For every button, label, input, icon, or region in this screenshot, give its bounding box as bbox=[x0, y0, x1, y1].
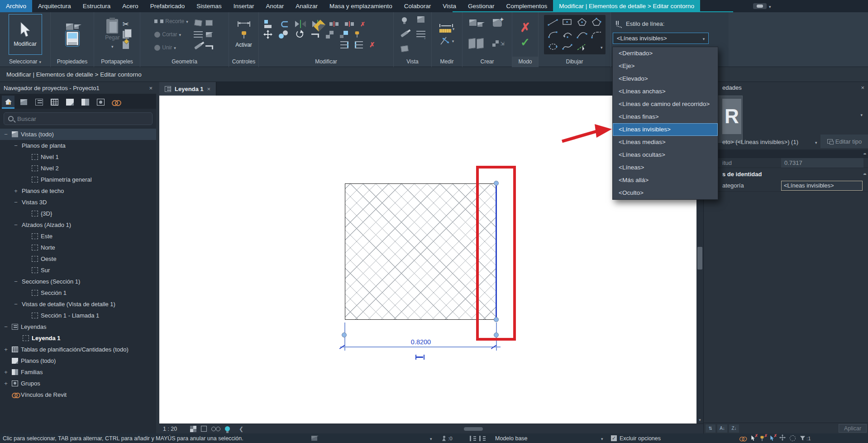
trim-corner-icon[interactable] bbox=[310, 31, 320, 38]
draw-arc-center-ends-icon[interactable] bbox=[562, 30, 573, 39]
split-face-icon[interactable] bbox=[194, 31, 203, 38]
exclude-options-toggle[interactable]: ✓ Excluir opciones bbox=[611, 435, 661, 442]
sort-ascending-icon[interactable]: A↓ bbox=[717, 424, 727, 433]
close-icon[interactable]: × bbox=[207, 86, 211, 92]
visual-style-icon[interactable] bbox=[201, 426, 207, 432]
load-as-group-icon[interactable]: ⇲ bbox=[492, 40, 504, 47]
tree-item[interactable]: Sección 1 bbox=[0, 287, 156, 299]
line-style-combobox[interactable]: <Líneas invisibles> bbox=[613, 33, 709, 44]
dimension-grip[interactable] bbox=[342, 332, 347, 337]
properties-palette-icon[interactable] bbox=[67, 32, 78, 45]
dropdown-item[interactable]: <Más allá> bbox=[613, 174, 718, 187]
move-icon[interactable] bbox=[263, 30, 272, 39]
scale-icon[interactable] bbox=[340, 31, 348, 38]
subcategory-value[interactable]: <Líneas invisibles> bbox=[781, 181, 863, 191]
tree-item[interactable]: − Vistas (todo) bbox=[0, 129, 156, 140]
detail-level-icon[interactable] bbox=[190, 426, 196, 432]
home-tab[interactable] bbox=[2, 96, 14, 109]
ribbon-display-toggle[interactable] bbox=[753, 2, 771, 10]
tree-expander[interactable]: − bbox=[13, 301, 19, 308]
drag-on-selection-icon[interactable] bbox=[779, 434, 786, 442]
split-with-gap-icon[interactable] bbox=[345, 21, 354, 27]
property-group-header[interactable]: ▴▴ bbox=[704, 149, 868, 158]
ribbon-tab[interactable]: Insertar bbox=[228, 0, 260, 12]
ribbon-tab[interactable]: Modificar | Elementos de detalle > Edita… bbox=[553, 0, 700, 12]
dropdown-item[interactable]: <Oculto> bbox=[613, 187, 718, 199]
tree-item[interactable]: Nivel 1 bbox=[0, 151, 156, 163]
dropdown-item[interactable]: <Líneas invisibles> bbox=[613, 123, 718, 136]
demolish-icon[interactable] bbox=[206, 32, 212, 37]
cope-button[interactable]: Recorte bbox=[154, 15, 188, 27]
draw-arc-start-end-icon[interactable] bbox=[547, 30, 559, 39]
group-label-crear[interactable]: Crear bbox=[463, 57, 512, 67]
close-icon[interactable]: × bbox=[149, 85, 153, 91]
combobox-arrow[interactable] bbox=[699, 33, 708, 43]
tree-item[interactable]: Nivel 2 bbox=[0, 163, 156, 174]
create-similar-icon[interactable] bbox=[469, 19, 482, 27]
reveal-hidden-icon[interactable] bbox=[211, 427, 220, 431]
dimension-style-icon[interactable] bbox=[415, 355, 424, 360]
tree-expander[interactable]: − bbox=[3, 131, 9, 138]
delete-icon[interactable]: ✗ bbox=[369, 41, 375, 49]
group-label-vista[interactable]: Vista bbox=[394, 57, 431, 67]
join-button[interactable]: Unir bbox=[154, 42, 188, 53]
default-3d-icon[interactable] bbox=[417, 16, 424, 23]
views-3d-tab[interactable] bbox=[17, 96, 30, 109]
links-tab[interactable] bbox=[110, 96, 122, 109]
properties-header[interactable]: edades × bbox=[704, 82, 868, 93]
ribbon-tab[interactable]: Analizar bbox=[290, 0, 324, 12]
draw-spline-icon[interactable] bbox=[562, 42, 573, 51]
group-label-propiedades[interactable]: Propiedades bbox=[51, 57, 94, 67]
tree-item[interactable]: Sección 1 - Llamada 1 bbox=[0, 310, 156, 321]
remove-paint-icon[interactable] bbox=[205, 43, 214, 50]
project-browser-header[interactable]: Navegador de proyectos - Proyecto1 × bbox=[0, 82, 156, 94]
tree-expander[interactable]: − bbox=[13, 142, 19, 149]
dropdown-item[interactable]: <Líneas medias> bbox=[613, 136, 718, 149]
tree-item[interactable]: + Familias bbox=[0, 366, 156, 378]
tree-expander[interactable]: + bbox=[3, 380, 9, 387]
ribbon-tab[interactable]: Prefabricado bbox=[144, 0, 191, 12]
edit-type-button[interactable]: Editar tipo bbox=[820, 135, 868, 148]
group-label-medir[interactable]: Medir bbox=[432, 57, 462, 67]
tree-item[interactable]: Leyenda 1 bbox=[0, 332, 156, 344]
dropdown-item[interactable]: <Eje> bbox=[613, 60, 718, 72]
group-label-dibujar[interactable]: Dibujar bbox=[539, 57, 610, 67]
draw-arc-tangent-icon[interactable] bbox=[576, 30, 588, 39]
modify-button[interactable]: Modificar bbox=[9, 14, 42, 55]
ribbon-tab[interactable]: Gestionar bbox=[462, 0, 501, 12]
create-group-icon[interactable]: ✦ bbox=[493, 19, 505, 27]
editing-requests-indicator[interactable]: :0 bbox=[442, 436, 453, 441]
document-tab-leyenda-1[interactable]: Leyenda 1 × bbox=[159, 82, 216, 96]
tree-expander[interactable]: − bbox=[13, 199, 19, 206]
ribbon-tab[interactable]: Archivo bbox=[0, 0, 32, 12]
activate-label[interactable]: Activar bbox=[235, 42, 252, 48]
tree-expander[interactable]: − bbox=[3, 323, 9, 330]
split-element-icon[interactable] bbox=[329, 21, 339, 27]
paste-button[interactable]: Pegar bbox=[105, 19, 119, 50]
cancel-sketch-icon[interactable]: ✗ bbox=[520, 20, 530, 35]
tree-item[interactable]: Sur bbox=[0, 265, 156, 276]
dropdown-item[interactable]: <Líneas anchas> bbox=[613, 85, 718, 98]
pin-icon[interactable] bbox=[355, 31, 359, 39]
copy-icon[interactable] bbox=[123, 31, 129, 39]
measure-button[interactable] bbox=[439, 24, 455, 33]
sort-default-icon[interactable]: ⇅ bbox=[706, 424, 715, 433]
tree-item[interactable]: Planimetría general bbox=[0, 174, 156, 185]
mirror-draw-icon[interactable] bbox=[312, 20, 323, 28]
dropdown-item[interactable]: <Líneas de camino del recorrido> bbox=[613, 98, 718, 111]
scroll-down-icon[interactable]: ▼ bbox=[696, 417, 703, 424]
group-label-seleccionar[interactable]: Seleccionar bbox=[0, 57, 50, 67]
section-box-icon[interactable] bbox=[401, 45, 409, 52]
toggle-reveal-icon[interactable] bbox=[402, 17, 407, 22]
identity-data-header[interactable]: s de identidad ▴▴ bbox=[704, 169, 868, 179]
select-pinned-icon[interactable]: ✗ bbox=[760, 435, 766, 442]
tree-expander[interactable]: − bbox=[13, 278, 19, 285]
paste-special-icon[interactable] bbox=[123, 41, 129, 49]
pick-lines-icon[interactable] bbox=[576, 42, 588, 51]
mirror-axis-icon[interactable] bbox=[295, 20, 306, 28]
tree-expander[interactable]: + bbox=[3, 369, 9, 376]
chevron-down-icon[interactable] bbox=[601, 435, 603, 442]
cut-geometry-button[interactable]: Cortar bbox=[154, 29, 188, 40]
tree-item[interactable]: − Alzados (Alzado 1) bbox=[0, 219, 156, 231]
group-label-modo[interactable]: Modo bbox=[512, 57, 538, 67]
